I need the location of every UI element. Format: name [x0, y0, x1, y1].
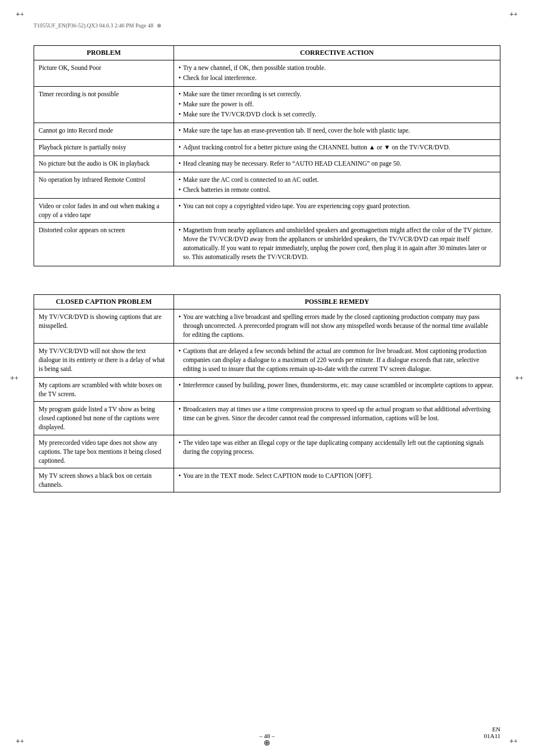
problem-cell: No picture but the audio is OK in playba… — [34, 156, 174, 172]
table-row: My TV/VCR/DVD is showing captions that a… — [34, 309, 500, 343]
table-row: My prerecorded video tape does not show … — [34, 435, 500, 468]
action-cell: Try a new channel, if OK, then possible … — [174, 60, 500, 87]
problem-cell: Timer recording is not possible — [34, 87, 174, 123]
table-row: No picture but the audio is OK in playba… — [34, 156, 500, 172]
problem-cell: Playback picture is partially noisy — [34, 139, 174, 156]
crosshair-top-left: + — [16, 10, 25, 19]
cc-problem-cell: My TV/VCR/DVD will not show the text dia… — [34, 343, 174, 377]
bullet-item: Make sure the tape has an erase-preventi… — [179, 126, 495, 135]
action-cell: Head cleaning may be necessary. Refer to… — [174, 156, 500, 172]
header-text: T1055UF_EN(P36-52).QX3 04.6.3 2:46 PM Pa… — [34, 22, 153, 29]
bullet-item: Check for local interference. — [179, 73, 495, 82]
cc-action-cell: Captions that are delayed a few seconds … — [174, 343, 500, 377]
crosshair-mid-right: + — [515, 374, 524, 383]
crosshair-top-right: + — [509, 10, 518, 19]
en-code: EN 01A11 — [484, 726, 500, 739]
cc-action-cell: You are in the TEXT mode. Select CAPTION… — [174, 468, 500, 492]
cc-problem-cell: My program guide listed a TV show as bei… — [34, 402, 174, 435]
problem-table: PROBLEM CORRECTIVE ACTION Picture OK, So… — [34, 45, 500, 266]
bullet-item: Check batteries in remote control. — [179, 185, 495, 194]
table-row: My TV/VCR/DVD will not show the text dia… — [34, 343, 500, 377]
closed-caption-table: CLOSED CAPTION PROBLEM POSSIBLE REMEDY M… — [34, 294, 500, 493]
col2-header: CORRECTIVE ACTION — [174, 46, 500, 60]
cc-action-cell: Broadcasters may at times use a time com… — [174, 402, 500, 435]
table-row: Distorted color appears on screenMagneti… — [34, 223, 500, 266]
problem-cell: Cannot go into Record mode — [34, 123, 174, 139]
bullet-item: Head cleaning may be necessary. Refer to… — [179, 159, 495, 168]
bullet-item: Make sure the TV/VCR/DVD clock is set co… — [179, 110, 495, 119]
table-row: My program guide listed a TV show as bei… — [34, 402, 500, 435]
bullet-item: You are watching a live broadcast and sp… — [179, 312, 495, 339]
bullet-item: You can not copy a copyrighted video tap… — [179, 201, 495, 210]
crosshair-bottom-center: ⊕ — [264, 738, 270, 748]
cc-col1-header: CLOSED CAPTION PROBLEM — [34, 294, 174, 309]
crosshair-mid-left: + — [10, 374, 19, 383]
table-row: Video or color fades in and out when mak… — [34, 198, 500, 222]
cc-problem-cell: My captions are scrambled with white box… — [34, 378, 174, 402]
problem-cell: Distorted color appears on screen — [34, 223, 174, 266]
bullet-item: Make sure the timer recording is set cor… — [179, 90, 495, 98]
bullet-item: Try a new channel, if OK, then possible … — [179, 63, 495, 72]
bullet-item: Make sure the AC cord is connected to an… — [179, 175, 495, 184]
cc-action-cell: Interference caused by building, power l… — [174, 378, 500, 402]
col1-header: PROBLEM — [34, 46, 174, 60]
cc-col2-header: POSSIBLE REMEDY — [174, 294, 500, 309]
page-container: + + + + + + T1055UF_EN(P36-52).QX3 04.6.… — [0, 0, 534, 756]
action-cell: Make sure the tape has an erase-preventi… — [174, 123, 500, 139]
bullet-item: Interference caused by building, power l… — [179, 381, 495, 389]
bullet-item: Magnetism from nearby appliances and uns… — [179, 226, 495, 261]
cc-problem-cell: My TV/VCR/DVD is showing captions that a… — [34, 309, 174, 343]
cc-action-cell: You are watching a live broadcast and sp… — [174, 309, 500, 343]
table-row: My TV screen shows a black box on certai… — [34, 468, 500, 492]
cc-problem-cell: My TV screen shows a black box on certai… — [34, 468, 174, 492]
action-cell: Make sure the AC cord is connected to an… — [174, 172, 500, 198]
bullet-item: The video tape was either an illegal cop… — [179, 438, 495, 456]
cc-action-cell: The video tape was either an illegal cop… — [174, 435, 500, 468]
cc-problem-cell: My prerecorded video tape does not show … — [34, 435, 174, 468]
bullet-item: Make sure the power is off. — [179, 100, 495, 109]
problem-cell: No operation by infrared Remote Control — [34, 172, 174, 198]
table-row: No operation by infrared Remote ControlM… — [34, 172, 500, 198]
bullet-item: Broadcasters may at times use a time com… — [179, 405, 495, 422]
bullet-item: You are in the TEXT mode. Select CAPTION… — [179, 471, 495, 480]
table-row: Playback picture is partially noisyAdjus… — [34, 139, 500, 156]
table-row: Timer recording is not possibleMake sure… — [34, 87, 500, 123]
crosshair-bottom-right: + — [509, 737, 518, 746]
table-row: Picture OK, Sound PoorTry a new channel,… — [34, 60, 500, 87]
action-cell: Adjust tracking control for a better pic… — [174, 139, 500, 156]
action-cell: Magnetism from nearby appliances and uns… — [174, 223, 500, 266]
table-row: Cannot go into Record modeMake sure the … — [34, 123, 500, 139]
action-cell: You can not copy a copyrighted video tap… — [174, 198, 500, 222]
crosshair-bottom-left: + — [16, 737, 25, 746]
table-row: My captions are scrambled with white box… — [34, 378, 500, 402]
action-cell: Make sure the timer recording is set cor… — [174, 87, 500, 123]
problem-cell: Picture OK, Sound Poor — [34, 60, 174, 87]
problem-cell: Video or color fades in and out when mak… — [34, 198, 174, 222]
header-cross: ⊕ — [157, 22, 161, 29]
page-header: T1055UF_EN(P36-52).QX3 04.6.3 2:46 PM Pa… — [34, 22, 500, 29]
bullet-item: Adjust tracking control for a better pic… — [179, 143, 495, 152]
bullet-item: Captions that are delayed a few seconds … — [179, 346, 495, 373]
